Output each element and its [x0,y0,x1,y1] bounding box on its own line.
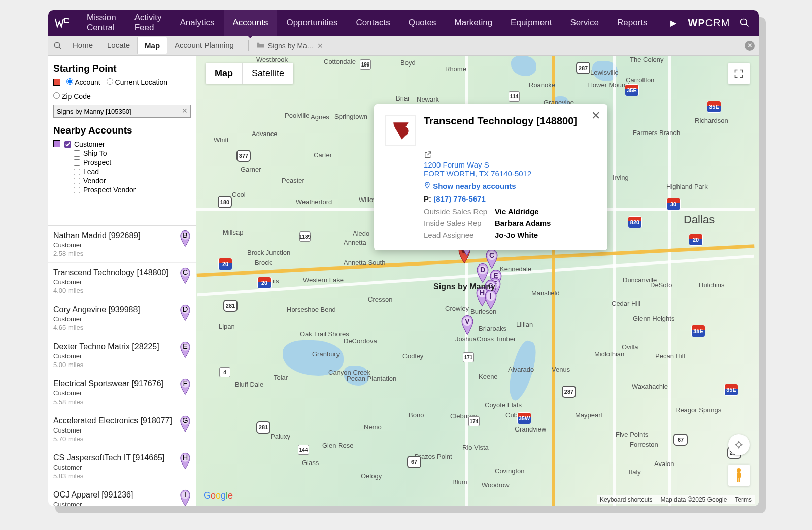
city-label: Kennedale [500,265,531,273]
phone-link[interactable]: (817) 776-5671 [433,194,486,203]
close-all-tabs[interactable]: ✕ [745,41,755,51]
filter-customer[interactable]: Customer [64,140,191,148]
nav-tab-quotes[interactable]: Quotes [399,10,446,36]
show-nearby-link[interactable]: Show nearby accounts [433,182,516,190]
city-label: Nemo [364,423,382,431]
close-icon[interactable]: ✕ [317,42,323,50]
subnav-map[interactable]: Map [137,37,167,54]
city-label: Waxahachie [632,383,668,390]
account-name: Electrical Sportswear [917676] [53,379,190,388]
city-label: Brock Junction [247,249,290,256]
svg-line-1 [746,24,749,27]
filter-prospect-vendor[interactable]: Prospect Vendor [74,186,191,194]
account-type: Customer [53,426,190,434]
popup-address-line1[interactable]: 1200 Forum Way S [424,160,489,169]
pin-badge-icon: D [180,304,190,323]
account-row[interactable]: OCJ Apparel [991236] Customer 6.16 miles… [48,485,196,506]
account-row[interactable]: Accelerated Electronics [918077] Custome… [48,411,196,448]
shield-tx1189: 1189 [299,231,311,242]
subnav-locate[interactable]: Locate [100,37,137,54]
shield-i35e-2: 35E [691,325,705,337]
account-distance: 5.70 miles [53,435,190,443]
filter-lead[interactable]: Lead [74,168,191,176]
svg-text:I: I [184,490,186,499]
shield-i30: 30 [666,198,681,210]
account-row[interactable]: Electrical Sportswear [917676] Customer … [48,374,196,411]
filter-ship-to[interactable]: Ship To [74,149,191,157]
map-type-map[interactable]: Map [206,63,242,84]
app-logo[interactable] [54,17,69,29]
city-label: Farmers Branch [633,129,680,137]
city-label: Springtown [334,113,367,120]
nav-tab-marketing[interactable]: Marketing [445,10,501,36]
city-label: Rhome [445,65,466,73]
city-label: Roanoke [529,81,555,89]
account-name: CS JaspersoftTech IT [914665] [53,453,190,462]
filter-vendor[interactable]: Vendor [74,177,191,185]
filter-prospect[interactable]: Prospect [74,158,191,167]
account-row[interactable]: Nathan Madrid [992689] Customer 2.58 mil… [48,226,196,263]
radio-current-location[interactable]: Current Location [107,78,167,86]
rep-row: Inside Sales RepBarbara Adams [424,219,596,227]
open-tab-chip[interactable]: Signs by Ma... ✕ [256,41,323,50]
shield-tx199: 199 [360,59,371,70]
popup-address-line2[interactable]: FORT WORTH, TX 76140-5012 [424,169,531,178]
google-logo: Google [204,490,233,501]
shield-i35e-3: 35E [724,384,738,396]
subnav-divider [248,40,249,51]
map-canvas[interactable]: DallasIrvingArlingtonLewisvilleFlower Mo… [196,56,759,506]
fullscreen-button[interactable] [728,63,750,84]
svg-text:D: D [480,266,485,274]
radio-account[interactable]: Account [66,78,100,86]
city-label: Advance [252,130,278,138]
pin-badge-icon: F [180,378,190,397]
map-pin-I[interactable]: I [484,289,497,310]
city-label: Cottondale [324,58,356,65]
account-row[interactable]: Transcend Technology [148800] Customer 4… [48,263,196,300]
search-icon-secondary[interactable] [52,40,63,51]
city-label: Newark [417,95,439,103]
clear-search-icon[interactable]: ✕ [182,107,188,115]
secondbar: HomeLocateMapAccount Planning Signs by M… [48,36,759,56]
shield-67-2: 67 [407,456,421,468]
rep-label: Outside Sales Rep [424,207,490,216]
map-pin-V[interactable]: V [461,315,474,335]
compass-button[interactable] [728,434,750,455]
map-type-satellite[interactable]: Satellite [242,63,293,84]
nav-tab-reports[interactable]: Reports [608,10,657,36]
subnav-account-planning[interactable]: Account Planning [167,37,241,54]
play-icon[interactable]: ▶ [668,17,679,28]
city-label: Cresson [368,295,392,303]
nav-tab-contacts[interactable]: Contacts [347,10,399,36]
account-distance: 5.58 miles [53,398,190,406]
search-icon[interactable] [739,17,750,28]
popup-close-icon[interactable]: ✕ [591,109,600,122]
nav-tab-opportunities[interactable]: Opportunities [277,10,347,36]
radio-zip-code[interactable]: Zip Code [53,92,91,101]
city-label: Flower Mound [587,81,629,89]
nav-tab-analytics[interactable]: Analytics [171,10,223,36]
nav-tab-mission-central[interactable]: Mission Central [78,10,125,36]
account-type: Customer [53,241,190,249]
city-label: Five Points [616,430,648,438]
external-link-icon[interactable] [424,151,432,160]
pegman-button[interactable] [728,465,750,486]
account-search-input[interactable] [53,105,191,118]
account-row[interactable]: Dexter Techno Matrix [28225] Customer 5.… [48,337,196,374]
nav-tab-activity-feed[interactable]: Activity Feed [125,10,171,36]
account-distance: 4.65 miles [53,324,190,332]
city-label: Forreston [630,441,658,448]
account-row[interactable]: CS JaspersoftTech IT [914665] Customer 5… [48,448,196,485]
subnav-home[interactable]: Home [65,37,100,54]
city-label: DeCordova [344,337,377,345]
keyboard-shortcuts-link[interactable]: Keyboard shortcuts [600,496,652,503]
nav-tab-service[interactable]: Service [561,10,608,36]
nav-tab-equipment[interactable]: Equipment [501,10,561,36]
city-label: Woodrow [482,481,510,489]
city-label: Richardson [695,117,728,124]
terms-link[interactable]: Terms [735,496,752,503]
city-label: The Colony [630,56,663,63]
svg-rect-48 [737,472,741,478]
nav-tab-accounts[interactable]: Accounts [224,10,278,36]
account-row[interactable]: Cory Angevine [939988] Customer 4.65 mil… [48,300,196,337]
